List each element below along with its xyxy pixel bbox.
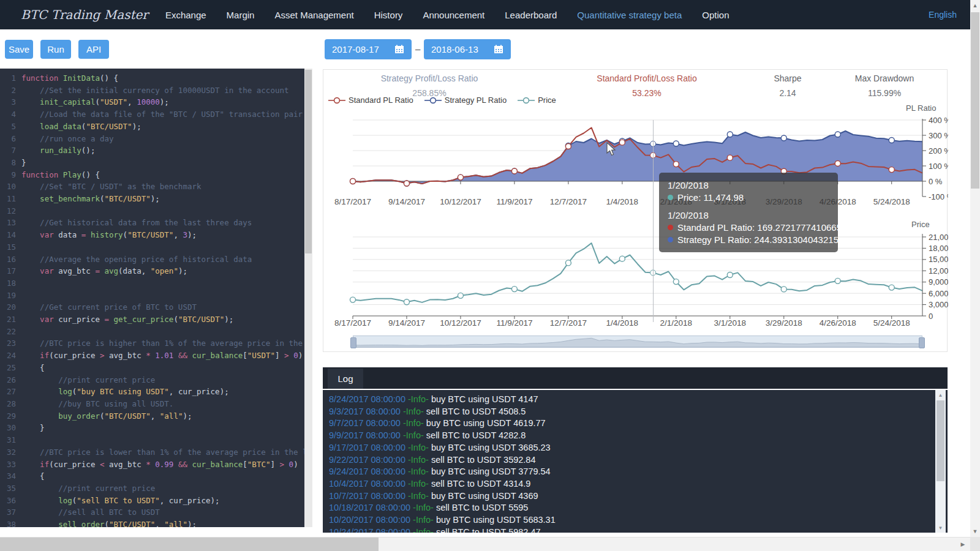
nav-item-leaderboard[interactable]: Leaderboard — [505, 10, 557, 20]
code-line: 28 //buy BTC using all USDT. — [0, 398, 304, 410]
code-line: 2 //Set the initial currency of 10000USD… — [0, 84, 304, 97]
chart-legend: Standard PL RatioStrategy PL RatioPrice — [328, 96, 556, 105]
code-line: 8} — [0, 157, 304, 169]
line-number: 10 — [0, 181, 16, 193]
code-line: 23 //BTC price is higher than 1% of the … — [0, 337, 304, 350]
svg-text:10/12/2017: 10/12/2017 — [440, 318, 481, 328]
code-line: 26 //print current price — [0, 374, 304, 386]
log-row: 10/20/2017 08:00:00 -Info- buy BTC using… — [329, 514, 929, 527]
code-line: 29 buy_order("BTC/USDT", "all"); — [0, 410, 304, 422]
line-number: 13 — [0, 217, 16, 229]
nav-item-margin[interactable]: Margin — [227, 10, 255, 20]
start-date-picker[interactable]: 2017-08-17 — [325, 39, 412, 59]
data-zoom-slider[interactable] — [353, 335, 922, 349]
code-line: 31 — [0, 434, 304, 446]
window-horizontal-scrollbar[interactable]: ▶ — [0, 537, 970, 551]
line-number: 5 — [0, 121, 16, 133]
api-button[interactable]: API — [78, 40, 109, 59]
line-number: 9 — [0, 169, 16, 181]
window-vertical-scrollbar[interactable]: ▲ ▼ — [970, 0, 980, 537]
legend-item-standard-pl-ratio[interactable]: Standard PL Ratio — [328, 96, 413, 105]
svg-text:400 %: 400 % — [929, 116, 948, 125]
log-row: 10/4/2017 08:00:00 -Info- sell BTC to US… — [329, 478, 929, 490]
svg-text:8/17/2017: 8/17/2017 — [334, 318, 371, 328]
editor-scrollbar-thumb[interactable] — [305, 70, 312, 253]
code-line: 27 log("buy BTC using USDT", cur_price); — [0, 386, 304, 398]
end-date-picker[interactable]: 2018-06-13 — [424, 39, 511, 59]
line-number: 16 — [0, 253, 16, 266]
tooltip-date-2: 1/20/2018 — [668, 210, 829, 220]
log-scroll-down-icon[interactable]: ▼ — [935, 523, 946, 532]
scroll-down-icon[interactable]: ▼ — [970, 527, 980, 536]
log-row: 9/3/2017 08:00:00 -Info- sell BTC to USD… — [329, 406, 929, 418]
tooltip-strategy-value: Strategy PL Ratio: 244.3931304043215 — [677, 234, 839, 245]
svg-text:9/14/2017: 9/14/2017 — [388, 318, 425, 328]
nav-menu: ExchangeMarginAsset ManagementHistoryAnn… — [165, 10, 729, 20]
scroll-up-icon[interactable]: ▲ — [970, 1, 980, 10]
line-number: 38 — [0, 519, 16, 527]
vertical-scrollbar-thumb[interactable] — [971, 12, 979, 189]
line-number: 30 — [0, 422, 16, 434]
log-tab[interactable]: Log — [328, 369, 363, 389]
svg-text:5/24/2018: 5/24/2018 — [873, 318, 910, 328]
line-number: 2 — [0, 84, 16, 97]
code-line: 5 load_data("BTC/USDT"); — [0, 121, 304, 133]
log-row: 8/24/2017 08:00:00 -Info- buy BTC using … — [329, 394, 929, 406]
nav-item-option[interactable]: Option — [702, 10, 729, 20]
svg-text:100 %: 100 % — [929, 162, 948, 171]
editor-scrollbar[interactable] — [304, 69, 312, 527]
scroll-right-icon[interactable]: ▶ — [957, 538, 969, 551]
line-number: 7 — [0, 144, 16, 157]
tooltip-strategy-row: Strategy PL Ratio: 244.3931304043215 — [668, 234, 829, 245]
svg-text:3/29/2018: 3/29/2018 — [766, 318, 802, 328]
save-button[interactable]: Save — [5, 40, 33, 59]
svg-text:18,000: 18,000 — [929, 244, 948, 253]
tooltip-price-value: Price: 11,474.98 — [677, 192, 744, 203]
tooltip-date: 1/20/2018 — [668, 180, 829, 190]
horizontal-scrollbar-thumb[interactable] — [0, 538, 379, 551]
nav-item-announcement[interactable]: Announcement — [423, 10, 484, 20]
start-date-value: 2017-08-17 — [332, 44, 379, 54]
code-line: 32 //BTC price is lower than 1% of the a… — [0, 446, 304, 459]
end-date-value: 2018-06-13 — [431, 44, 478, 54]
code-line: 12 — [0, 205, 304, 217]
code-line: 11 set_benchmark("BTC/USDT"); — [0, 193, 304, 205]
calendar-icon — [494, 45, 503, 54]
price-series-dot-icon — [668, 195, 673, 200]
language-switch[interactable]: English — [929, 10, 957, 20]
nav-item-asset-management[interactable]: Asset Management — [274, 10, 353, 20]
line-number: 20 — [0, 301, 16, 313]
svg-text:11/9/2017: 11/9/2017 — [496, 197, 532, 206]
line-number: 19 — [0, 290, 16, 302]
data-zoom-right-handle[interactable] — [919, 337, 925, 348]
svg-text:6,000: 6,000 — [929, 289, 948, 298]
calendar-icon — [394, 45, 404, 54]
line-number: 36 — [0, 495, 16, 507]
legend-item-strategy-pl-ratio[interactable]: Strategy PL Ratio — [424, 96, 507, 105]
log-row: 9/7/2017 08:00:00 -Info- buy BTC using U… — [329, 418, 929, 430]
svg-text:1/4/2018: 1/4/2018 — [606, 197, 639, 206]
code-line: 15 — [0, 241, 304, 253]
line-number: 28 — [0, 398, 16, 410]
run-button[interactable]: Run — [40, 40, 71, 59]
nav-item-exchange[interactable]: Exchange — [165, 10, 206, 20]
nav-item-quantitative-strategy-beta[interactable]: Quantitative strategy beta — [577, 10, 682, 20]
log-scroll-up-icon[interactable]: ▲ — [935, 391, 946, 399]
svg-text:0 %: 0 % — [929, 177, 943, 186]
price-chart[interactable]: 21,00018,00015,00012,0009,0006,0003,0000… — [323, 217, 948, 334]
tooltip-standard-value: Standard PL Ratio: 169.2721777410665 — [677, 222, 842, 233]
nav-item-history[interactable]: History — [374, 10, 403, 20]
svg-text:12/7/2017: 12/7/2017 — [550, 318, 587, 328]
svg-text:200 %: 200 % — [929, 146, 948, 156]
log-row: 9/9/2017 08:00:00 -Info- sell BTC to USD… — [329, 430, 929, 442]
code-editor[interactable]: 1function InitData() {2 //Set the initia… — [0, 69, 304, 527]
code-line: 30 } — [0, 422, 304, 434]
log-row: 9/24/2017 08:00:00 -Info- buy BTC using … — [329, 466, 929, 478]
legend-item-price[interactable]: Price — [518, 96, 556, 105]
log-scrollbar-thumb[interactable] — [937, 400, 944, 481]
pl-ratio-chart[interactable]: 400 %300 %200 %100 %0 %-100 %8/17/20179/… — [323, 113, 948, 214]
log-scrollbar[interactable]: ▲ ▼ — [935, 390, 946, 533]
code-line: 17 var avg_btc = avg(data, "open"); — [0, 265, 304, 277]
data-zoom-left-handle[interactable] — [350, 337, 356, 348]
tooltip-price-row: Price: 11,474.98 — [668, 192, 829, 203]
